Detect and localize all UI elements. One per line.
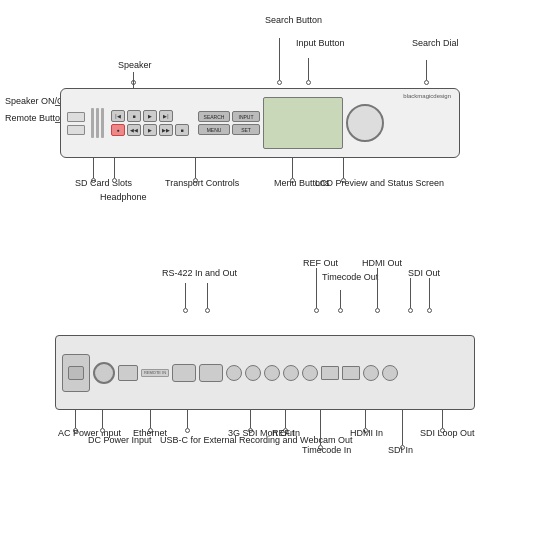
sdi-out-dot1 xyxy=(408,308,413,313)
hdmi-out-vline xyxy=(377,268,378,308)
search-button-vline xyxy=(279,38,280,80)
sdi-loop-vline xyxy=(442,410,443,428)
timecode-in-vline xyxy=(320,410,321,445)
hardware-diagram: Speaker ON/OFF Remote Button Speaker Sea… xyxy=(0,0,550,550)
transport-controls: |◀ ■ ▶ ▶| ● ◀◀ ▶ ▶▶ ■ xyxy=(111,110,189,136)
input-button-label: Input Button xyxy=(296,38,345,50)
skip-fwd-btn: ▶| xyxy=(159,110,173,122)
timecode-out-vline xyxy=(340,290,341,308)
search-dial-vline xyxy=(426,60,427,80)
timecode-in-port xyxy=(264,365,280,381)
sd-slots-label: SD Card Slots xyxy=(75,178,132,190)
sdi-in-port xyxy=(363,365,379,381)
hdmi-out-dot xyxy=(375,308,380,313)
play-btn2: ▶ xyxy=(143,124,157,136)
headphone-dot xyxy=(112,178,117,183)
rew-btn: ◀◀ xyxy=(127,124,141,136)
rear-panel: REMOTE IN xyxy=(55,335,475,410)
ref-in-label: REF In xyxy=(272,428,300,440)
sdi-mon-vline xyxy=(250,410,251,428)
sdi-loop-port xyxy=(382,365,398,381)
lcd-screen xyxy=(263,97,343,149)
menu-btn: MENU xyxy=(198,124,230,135)
sdi-in-label: SDI In xyxy=(388,445,413,457)
speaker-grill xyxy=(91,108,104,138)
rs422-label: RS-422 In and Out xyxy=(162,268,237,280)
usbc-dot xyxy=(185,428,190,433)
sd-slot-2 xyxy=(67,125,85,135)
headphone-vline xyxy=(114,158,115,178)
transport-label: Transport Controls xyxy=(165,178,239,190)
ref-out-label: REF Out xyxy=(303,258,338,270)
skip-back-btn: |◀ xyxy=(111,110,125,122)
sd-slots-vline xyxy=(93,158,94,178)
lcd-vline xyxy=(343,158,344,178)
rec-btn: ● xyxy=(111,124,125,136)
rs422-vline2 xyxy=(207,283,208,308)
menu-vline xyxy=(292,158,293,178)
timecode-out-port xyxy=(283,365,299,381)
search-dial-knob xyxy=(346,104,384,142)
rs422-dot1 xyxy=(183,308,188,313)
rs422-port1 xyxy=(172,364,196,382)
search-dial-label: Search Dial xyxy=(412,38,459,50)
timecode-out-label: Timecode Out xyxy=(322,272,378,284)
ffwd-btn: ▶▶ xyxy=(159,124,173,136)
sdi-out-vline1 xyxy=(410,278,411,308)
sdi-in-vline xyxy=(402,410,403,445)
dc-power-port xyxy=(93,362,115,384)
speaker-label: Speaker xyxy=(118,60,152,72)
sd-slot-1 xyxy=(67,112,85,122)
hdmi-out-port xyxy=(342,366,360,380)
ac-power-vline xyxy=(75,410,76,428)
hdmi-in-port xyxy=(321,366,339,380)
sdi-out-label: SDI Out xyxy=(408,268,440,280)
headphone-label: Headphone xyxy=(100,192,147,204)
sdi-loop-label: SDI Loop Out xyxy=(420,428,475,440)
search-dial-dot xyxy=(424,80,429,85)
ethernet-vline xyxy=(150,410,151,428)
ref-in-vline xyxy=(285,410,286,428)
dc-power-vline xyxy=(102,410,103,428)
play-btn: ▶ xyxy=(143,110,157,122)
sdi-out-dot2 xyxy=(427,308,432,313)
usbc-vline xyxy=(187,410,188,428)
front-panel: blackmagicdesign |◀ ■ ▶ ▶| ● ◀◀ ▶ ▶▶ xyxy=(60,88,460,158)
search-btn: SEARCH xyxy=(198,111,230,122)
timecode-in-label: Timecode In xyxy=(302,445,351,457)
sdi-mon-out-port xyxy=(226,365,242,381)
sdi-out-vline2 xyxy=(429,278,430,308)
hdmi-in-vline xyxy=(365,410,366,428)
search-button-dot xyxy=(277,80,282,85)
ac-power-port xyxy=(62,354,90,392)
remote-in-port: REMOTE IN xyxy=(141,369,169,377)
ref-out-port xyxy=(302,365,318,381)
stop-btn2: ■ xyxy=(175,124,189,136)
ethernet-port xyxy=(118,365,138,381)
timecode-out-dot xyxy=(338,308,343,313)
dc-power-dot xyxy=(100,428,105,433)
transport-vline xyxy=(195,158,196,178)
speaker-vline xyxy=(133,72,134,89)
ref-out-dot xyxy=(314,308,319,313)
input-btn: INPUT xyxy=(232,111,260,122)
lcd-label: LCD Preview and Status Screen xyxy=(315,178,444,190)
ref-in-port xyxy=(245,365,261,381)
brand-logo: blackmagicdesign xyxy=(403,93,451,100)
rs422-port2 xyxy=(199,364,223,382)
hdmi-in-label: HDMI In xyxy=(350,428,383,440)
hdmi-out-label: HDMI Out xyxy=(362,258,402,270)
stop-btn: ■ xyxy=(127,110,141,122)
input-button-dot xyxy=(306,80,311,85)
menu-buttons-area: SEARCH INPUT MENU SET xyxy=(198,111,260,135)
rs422-dot2 xyxy=(205,308,210,313)
set-btn: SET xyxy=(232,124,260,135)
ref-out-vline xyxy=(316,268,317,308)
search-button-label: Search Button xyxy=(265,15,322,27)
rs422-vline1 xyxy=(185,283,186,308)
input-button-vline xyxy=(308,58,309,80)
